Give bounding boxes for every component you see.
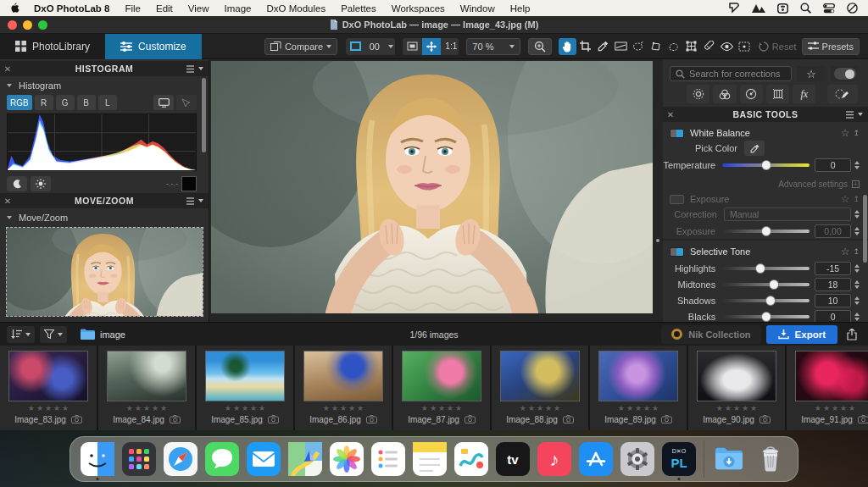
star-icon[interactable]: ★ [520,404,526,412]
dock-icon-messages[interactable] [205,442,239,476]
geometry-category-button[interactable] [766,85,789,103]
star-icon[interactable]: ★ [554,404,560,412]
thumbnail-image[interactable] [303,351,383,401]
selective-tone-header[interactable]: Selective Tone ☆ ↥ [670,244,860,259]
filmstrip-item-image_85[interactable]: ★★★★★Image_85.jpg [197,346,293,430]
dock-icon-notes[interactable] [413,442,447,476]
slider-stepper[interactable] [854,264,860,273]
color-category-button[interactable] [713,85,736,103]
slider-value[interactable]: 18 [815,278,851,291]
split-view-button[interactable]: 00 [365,38,384,55]
reset-correction-icon[interactable]: ↥ [853,247,860,256]
pan-move-button[interactable] [422,38,441,55]
slider-stepper[interactable] [854,280,860,289]
star-icon[interactable]: ★ [742,404,748,412]
thumbnail-image[interactable] [107,351,186,401]
menu-item-window[interactable]: Window [453,3,503,14]
dock-icon-photos[interactable] [330,442,364,476]
reset-correction-icon[interactable]: ↥ [853,195,860,203]
slider-value[interactable]: 10 [815,294,851,307]
favorite-star-icon[interactable]: ☆ [841,246,850,257]
one-to-one-button[interactable]: 1:1 [441,38,459,55]
midtones-slider[interactable] [722,283,810,286]
star-icon[interactable]: ★ [635,404,642,412]
star-icon[interactable]: ★ [618,404,625,412]
temperature-slider[interactable] [722,163,810,167]
dock-icon-tv[interactable]: tv [496,442,530,476]
light-category-button[interactable] [687,85,709,103]
star-icon[interactable]: ★ [323,404,330,412]
pick-color-eyedropper-button[interactable] [744,141,765,156]
fx-category-button[interactable]: fx [793,85,815,103]
thumbnail-image[interactable] [500,351,580,401]
exposure-stepper[interactable] [854,227,860,235]
nik-collection-button[interactable]: Nik Collection [661,325,760,344]
star-icon[interactable]: ★ [28,404,35,412]
reset-correction-icon[interactable]: ↥ [853,129,860,137]
zoom-level-select[interactable]: 70 % [466,38,520,55]
favorites-star-button[interactable]: ☆ [797,66,826,81]
dock-icon-maps[interactable] [288,442,322,476]
spotlight-search-icon[interactable] [800,3,811,14]
detail-category-button[interactable] [740,85,763,103]
menu-item-palettes[interactable]: Palettes [333,3,384,14]
correction-enabled-toggle[interactable] [670,247,684,257]
main-image-portrait[interactable] [211,61,653,313]
correction-mode-select[interactable]: Manual [724,208,851,221]
retouch-tool-button[interactable] [700,38,718,55]
apple-menu-icon[interactable] [10,3,19,14]
menu-item-workspaces[interactable]: Workspaces [384,3,453,14]
dock-icon-reminders[interactable] [371,442,405,476]
blacks-slider[interactable] [722,315,810,318]
dock-icon-settings[interactable] [620,442,654,476]
filmstrip-item-image_90[interactable]: ★★★★★Image_90.jpg [688,346,785,430]
dock-icon-trash[interactable] [754,442,787,476]
star-icon[interactable]: ★ [750,404,757,412]
shortcuts-icon[interactable] [728,3,740,14]
star-icon[interactable]: ★ [626,404,633,412]
star-icon[interactable]: ★ [545,404,552,412]
star-icon[interactable]: ★ [823,404,830,412]
shadow-clipping-button[interactable] [7,176,27,191]
exposure-slider[interactable] [722,230,810,233]
movezoom-section-row[interactable]: Move/Zoom [0,211,209,224]
star-icon[interactable]: ★ [259,404,265,412]
temperature-value[interactable]: 0 [815,158,851,172]
star-icon[interactable]: ★ [421,404,428,412]
fit-screen-button[interactable] [403,38,422,55]
thumbnail-image[interactable] [402,351,481,401]
star-icon[interactable]: ★ [340,404,347,412]
export-button[interactable]: Export [766,325,837,344]
view-mode-caret[interactable] [384,38,395,55]
star-icon[interactable]: ★ [537,404,543,412]
correction-enabled-toggle[interactable] [670,195,684,204]
color-picker-tool-button[interactable] [594,38,612,55]
share-button[interactable] [843,326,861,343]
star-icon[interactable]: ★ [242,404,248,412]
window-title-bar[interactable]: DxO PhotoLab — image — Image_43.jpg (M) [0,16,868,34]
thumbnail-image[interactable] [205,351,285,401]
menu-item-dxo-photolab-8[interactable]: DxO PhotoLab 8 [26,3,117,14]
menu-item-image[interactable]: Image [217,3,259,14]
thumbnail-image[interactable] [598,351,678,401]
star-icon[interactable]: ★ [225,404,231,412]
crop-tool-button[interactable] [576,38,594,55]
time-machine-icon[interactable] [847,3,858,14]
mesh-tool-button[interactable] [682,38,700,55]
dock-icon-music[interactable]: ♪ [537,442,571,476]
star-icon[interactable]: ★ [840,404,847,412]
star-icon[interactable]: ★ [36,404,43,412]
right-panel-scrollbar[interactable] [863,195,867,263]
white-balance-header[interactable]: White Balance ☆ ↥ [670,125,860,141]
star-icon[interactable]: ★ [348,404,355,412]
dock-icon-appstore[interactable] [579,442,613,476]
local-adjust-polygon-button[interactable] [647,38,665,55]
star-icon[interactable]: ★ [438,404,445,412]
star-icon[interactable]: ★ [62,404,69,412]
star-icon[interactable]: ★ [430,404,437,412]
reset-button[interactable]: Reset [754,38,802,55]
star-icon[interactable]: ★ [250,404,257,412]
histogram-channel-b[interactable]: B [77,95,96,110]
single-view-button[interactable] [346,38,365,55]
star-icon[interactable]: ★ [143,404,150,412]
